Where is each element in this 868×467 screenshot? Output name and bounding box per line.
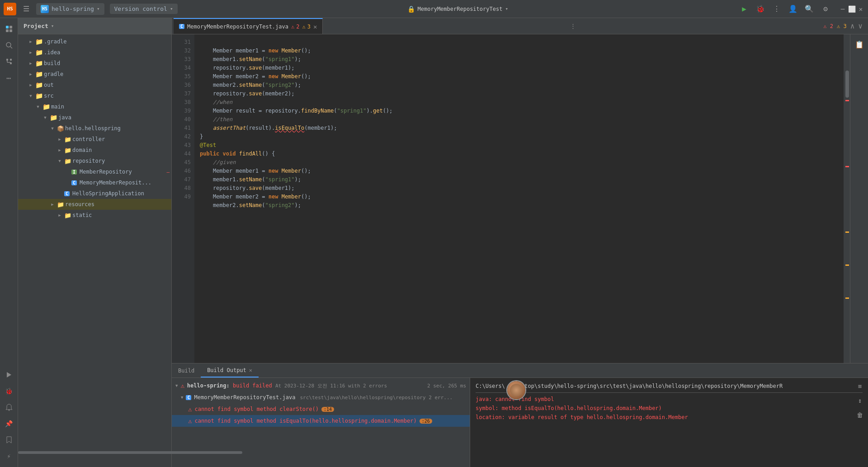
maximize-button[interactable]: ⬜ bbox=[848, 5, 855, 13]
search-button[interactable]: 🔍 bbox=[803, 3, 816, 15]
tree-item-HelloSpringApplication[interactable]: C HelloSpringApplication bbox=[18, 188, 171, 199]
sidebar-icon-search[interactable] bbox=[2, 38, 16, 52]
sidebar-icon-more[interactable]: ⋯ bbox=[2, 71, 16, 85]
tree-item-repository[interactable]: 📁 repository bbox=[18, 156, 171, 166]
code-content[interactable]: Member member1 = new Member(); member1.s… bbox=[194, 34, 844, 363]
project-title: Project bbox=[24, 23, 48, 29]
run-button[interactable]: ▶ bbox=[738, 3, 750, 15]
tree-item-hellospring[interactable]: 📦 hello.hellospring bbox=[18, 123, 171, 134]
build-output-tab-close[interactable]: ✕ bbox=[249, 367, 252, 373]
tabs-menu-button[interactable]: ⋮ bbox=[566, 18, 580, 34]
tree-item-main[interactable]: 📁 main bbox=[18, 101, 171, 112]
close-button[interactable]: ✕ bbox=[857, 5, 864, 13]
debug-button[interactable]: 🐞 bbox=[754, 3, 767, 15]
sidebar-icon-debug[interactable]: 🐞 bbox=[2, 384, 16, 398]
svg-rect-3 bbox=[9, 29, 12, 32]
sidebar-icon-structure[interactable] bbox=[2, 54, 16, 69]
build-status-label: hello-spring: build failed At 2023-12-28… bbox=[187, 382, 387, 389]
build-file-row[interactable]: C MemoryMemberRepositoryTest.java src\te… bbox=[172, 392, 470, 403]
build-status-text: build failed bbox=[233, 382, 275, 389]
build-left: ⚠ hello-spring: build failed At 2023-12-… bbox=[172, 378, 470, 467]
right-panel-icon2[interactable]: ↕ bbox=[854, 394, 866, 407]
folder-icon: 📁 bbox=[35, 71, 43, 78]
build-output-tab-label: Build Output bbox=[207, 367, 246, 373]
error-indicator: ⚠ 2 bbox=[823, 23, 833, 29]
build-output-tab[interactable]: Build Output ✕ bbox=[201, 363, 259, 377]
tree-item-build[interactable]: 📁 build bbox=[18, 58, 171, 69]
project-icon: HS bbox=[41, 5, 49, 13]
sidebar-icon-notifications[interactable] bbox=[2, 400, 16, 415]
right-panel-icons: ≡ ↕ 🗑 bbox=[854, 380, 866, 421]
user-icon[interactable]: 👤 bbox=[787, 3, 799, 15]
error-message-2: cannot find symbol method isEqualTo(hell… bbox=[194, 418, 416, 424]
chevron-down-icon bbox=[49, 125, 56, 132]
build-error-1[interactable]: ⚠ cannot find symbol method clearStore()… bbox=[172, 403, 470, 415]
editor-scrollbar[interactable] bbox=[844, 34, 850, 363]
folder-icon: 📁 bbox=[42, 103, 50, 110]
build-failed-row[interactable]: ⚠ hello-spring: build failed At 2023-12-… bbox=[172, 380, 470, 392]
tree-item-MemberRepository[interactable]: I MemberRepository — bbox=[18, 166, 171, 177]
tree-item-idea[interactable]: 📁 .idea bbox=[18, 47, 171, 58]
tree-item-src[interactable]: 📁 src bbox=[18, 90, 171, 101]
folder-icon: 📁 bbox=[35, 49, 43, 56]
project-selector[interactable]: HS hello-spring ▾ bbox=[36, 3, 104, 15]
error-icon: ⚠ bbox=[291, 24, 294, 30]
build-left-scrollbar[interactable] bbox=[172, 451, 298, 454]
tree-label: out bbox=[44, 82, 54, 88]
scrollbar-thumb bbox=[845, 71, 849, 98]
up-arrow-button[interactable]: ∧ bbox=[850, 22, 855, 30]
error-marker-1 bbox=[845, 166, 849, 167]
tree-item-controller[interactable]: 📁 controller bbox=[18, 134, 171, 145]
tree-item-gradle[interactable]: 📁 .gradle bbox=[18, 36, 171, 47]
code-editor: 31 32 33 34 35 36 37 38 39 40 41 42 43 ▶… bbox=[172, 34, 868, 363]
tree-label: domain bbox=[72, 147, 92, 153]
folder-icon: 📁 bbox=[35, 81, 43, 89]
version-control-selector[interactable]: Version control ▾ bbox=[110, 4, 178, 14]
right-panel-icon3[interactable]: 🗑 bbox=[854, 409, 866, 421]
right-sidebar-icon1[interactable]: 📋 bbox=[853, 38, 866, 51]
svg-rect-0 bbox=[6, 26, 9, 28]
editor-tab-active[interactable]: C MemoryMemberRepositoryTest.java ⚠ 2 ⚠ … bbox=[174, 18, 323, 34]
svg-marker-11 bbox=[7, 372, 11, 377]
sidebar-icon-pin[interactable]: 📌 bbox=[2, 416, 16, 431]
build-tab[interactable]: Build bbox=[172, 363, 201, 377]
class-icon: C bbox=[71, 180, 77, 185]
chevron-down-icon bbox=[42, 114, 49, 121]
minimize-button[interactable]: ─ bbox=[839, 5, 846, 13]
svg-rect-10 bbox=[10, 62, 12, 64]
hamburger-menu[interactable]: ☰ bbox=[20, 3, 33, 15]
tree-item-MemoryMemberRepository[interactable]: C MemoryMemberReposit... bbox=[18, 177, 171, 188]
down-arrow-button[interactable]: ∨ bbox=[858, 22, 863, 30]
run-config-name: MemoryMemberRepositoryTest bbox=[418, 6, 503, 12]
tree-item-out[interactable]: 📁 out bbox=[18, 80, 171, 90]
build-output-line1: java: cannot find symbol bbox=[476, 395, 863, 404]
error-message-1: cannot find symbol method clearStore() bbox=[194, 406, 319, 412]
error-num: 2 bbox=[296, 24, 299, 30]
right-panel-icon1[interactable]: ≡ bbox=[854, 380, 866, 392]
svg-rect-6 bbox=[6, 59, 8, 61]
settings-button[interactable]: ⚙ bbox=[819, 3, 832, 15]
main-layout: ⋯ 🐞 📌 ⚡ Project ▾ 📁 .gradle bbox=[0, 18, 868, 467]
line-numbers: 31 32 33 34 35 36 37 38 39 40 41 42 43 ▶… bbox=[172, 34, 194, 363]
tree-item-resources[interactable]: 📁 resources bbox=[18, 199, 171, 210]
sidebar-icon-bookmark[interactable] bbox=[2, 433, 16, 447]
svg-rect-7 bbox=[10, 59, 12, 61]
folder-icon: 📁 bbox=[64, 158, 71, 165]
tab-close-button[interactable]: ✕ bbox=[313, 23, 317, 30]
folder-icon: 📁 bbox=[57, 201, 64, 208]
build-error-2[interactable]: ⚠ cannot find symbol method isEqualTo(he… bbox=[172, 415, 470, 427]
sidebar-icon-git[interactable]: ⚡ bbox=[2, 449, 16, 463]
svg-line-5 bbox=[10, 47, 12, 48]
run-config-dropdown-icon: ▾ bbox=[505, 6, 508, 12]
chevron-right-icon bbox=[27, 71, 34, 78]
tree-item-static[interactable]: 📁 static bbox=[18, 210, 171, 221]
tree-item-domain[interactable]: 📁 domain bbox=[18, 145, 171, 156]
sidebar-icon-project[interactable] bbox=[2, 22, 16, 36]
bottom-tabs: Build Build Output ✕ bbox=[172, 363, 868, 378]
more-actions-button[interactable]: ⋮ bbox=[770, 3, 783, 15]
build-output-line3: location: variable result of type hello.… bbox=[476, 413, 863, 422]
project-panel: Project ▾ 📁 .gradle 📁 .idea 📁 build 📁 bbox=[18, 18, 172, 467]
sidebar-icon-run[interactable] bbox=[2, 368, 16, 382]
tree-item-gradle2[interactable]: 📁 gradle bbox=[18, 69, 171, 80]
tree-item-java[interactable]: 📁 java bbox=[18, 112, 171, 123]
